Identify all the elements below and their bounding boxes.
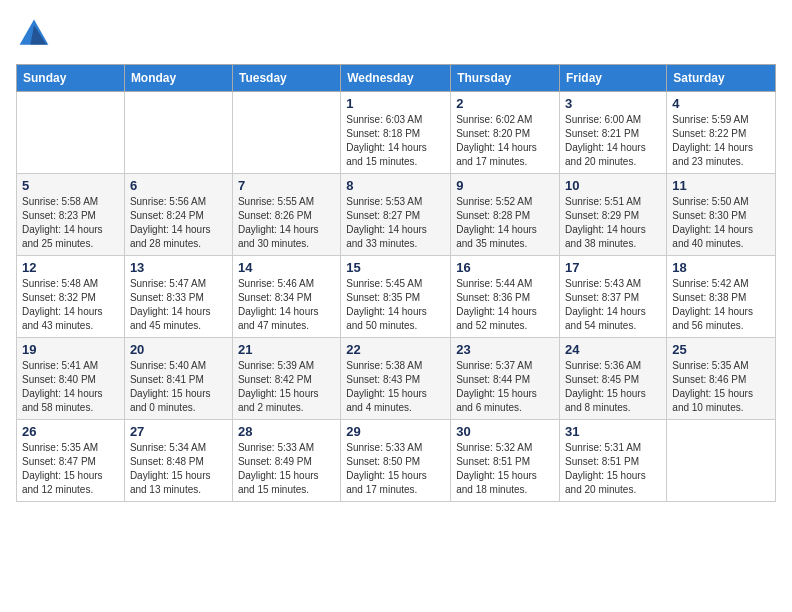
calendar-cell: 9Sunrise: 5:52 AM Sunset: 8:28 PM Daylig… [451, 174, 560, 256]
day-number: 18 [672, 260, 770, 275]
calendar-cell: 25Sunrise: 5:35 AM Sunset: 8:46 PM Dayli… [667, 338, 776, 420]
calendar-cell: 4Sunrise: 5:59 AM Sunset: 8:22 PM Daylig… [667, 92, 776, 174]
day-number: 7 [238, 178, 335, 193]
calendar-week-row: 5Sunrise: 5:58 AM Sunset: 8:23 PM Daylig… [17, 174, 776, 256]
day-info: Sunrise: 5:31 AM Sunset: 8:51 PM Dayligh… [565, 441, 661, 497]
day-info: Sunrise: 5:37 AM Sunset: 8:44 PM Dayligh… [456, 359, 554, 415]
day-info: Sunrise: 5:52 AM Sunset: 8:28 PM Dayligh… [456, 195, 554, 251]
weekday-header: Monday [124, 65, 232, 92]
day-info: Sunrise: 6:00 AM Sunset: 8:21 PM Dayligh… [565, 113, 661, 169]
calendar-cell [667, 420, 776, 502]
weekday-header: Sunday [17, 65, 125, 92]
day-number: 1 [346, 96, 445, 111]
day-number: 9 [456, 178, 554, 193]
logo-icon [16, 16, 52, 52]
calendar-cell: 2Sunrise: 6:02 AM Sunset: 8:20 PM Daylig… [451, 92, 560, 174]
day-number: 12 [22, 260, 119, 275]
day-number: 17 [565, 260, 661, 275]
day-info: Sunrise: 5:44 AM Sunset: 8:36 PM Dayligh… [456, 277, 554, 333]
day-number: 15 [346, 260, 445, 275]
day-info: Sunrise: 5:32 AM Sunset: 8:51 PM Dayligh… [456, 441, 554, 497]
day-number: 4 [672, 96, 770, 111]
calendar-cell: 24Sunrise: 5:36 AM Sunset: 8:45 PM Dayli… [560, 338, 667, 420]
day-info: Sunrise: 5:36 AM Sunset: 8:45 PM Dayligh… [565, 359, 661, 415]
day-number: 16 [456, 260, 554, 275]
calendar-cell: 14Sunrise: 5:46 AM Sunset: 8:34 PM Dayli… [232, 256, 340, 338]
calendar-cell: 10Sunrise: 5:51 AM Sunset: 8:29 PM Dayli… [560, 174, 667, 256]
day-info: Sunrise: 5:59 AM Sunset: 8:22 PM Dayligh… [672, 113, 770, 169]
day-number: 24 [565, 342, 661, 357]
calendar-cell [124, 92, 232, 174]
calendar-cell: 27Sunrise: 5:34 AM Sunset: 8:48 PM Dayli… [124, 420, 232, 502]
calendar-cell: 16Sunrise: 5:44 AM Sunset: 8:36 PM Dayli… [451, 256, 560, 338]
day-number: 13 [130, 260, 227, 275]
day-number: 2 [456, 96, 554, 111]
day-info: Sunrise: 6:03 AM Sunset: 8:18 PM Dayligh… [346, 113, 445, 169]
day-info: Sunrise: 5:45 AM Sunset: 8:35 PM Dayligh… [346, 277, 445, 333]
day-number: 21 [238, 342, 335, 357]
day-number: 31 [565, 424, 661, 439]
day-info: Sunrise: 5:53 AM Sunset: 8:27 PM Dayligh… [346, 195, 445, 251]
calendar-cell: 17Sunrise: 5:43 AM Sunset: 8:37 PM Dayli… [560, 256, 667, 338]
day-number: 25 [672, 342, 770, 357]
calendar-cell: 7Sunrise: 5:55 AM Sunset: 8:26 PM Daylig… [232, 174, 340, 256]
day-info: Sunrise: 5:51 AM Sunset: 8:29 PM Dayligh… [565, 195, 661, 251]
day-number: 19 [22, 342, 119, 357]
day-number: 29 [346, 424, 445, 439]
page-header [16, 16, 776, 52]
day-info: Sunrise: 5:47 AM Sunset: 8:33 PM Dayligh… [130, 277, 227, 333]
calendar-week-row: 19Sunrise: 5:41 AM Sunset: 8:40 PM Dayli… [17, 338, 776, 420]
day-number: 6 [130, 178, 227, 193]
calendar-cell: 30Sunrise: 5:32 AM Sunset: 8:51 PM Dayli… [451, 420, 560, 502]
calendar-cell: 5Sunrise: 5:58 AM Sunset: 8:23 PM Daylig… [17, 174, 125, 256]
calendar-week-row: 12Sunrise: 5:48 AM Sunset: 8:32 PM Dayli… [17, 256, 776, 338]
calendar-cell: 12Sunrise: 5:48 AM Sunset: 8:32 PM Dayli… [17, 256, 125, 338]
day-number: 28 [238, 424, 335, 439]
calendar-header-row: SundayMondayTuesdayWednesdayThursdayFrid… [17, 65, 776, 92]
day-info: Sunrise: 5:46 AM Sunset: 8:34 PM Dayligh… [238, 277, 335, 333]
calendar-cell [17, 92, 125, 174]
day-info: Sunrise: 5:50 AM Sunset: 8:30 PM Dayligh… [672, 195, 770, 251]
day-number: 20 [130, 342, 227, 357]
calendar-cell: 29Sunrise: 5:33 AM Sunset: 8:50 PM Dayli… [341, 420, 451, 502]
day-info: Sunrise: 5:34 AM Sunset: 8:48 PM Dayligh… [130, 441, 227, 497]
calendar-cell: 11Sunrise: 5:50 AM Sunset: 8:30 PM Dayli… [667, 174, 776, 256]
calendar-cell: 1Sunrise: 6:03 AM Sunset: 8:18 PM Daylig… [341, 92, 451, 174]
day-number: 11 [672, 178, 770, 193]
calendar-cell: 15Sunrise: 5:45 AM Sunset: 8:35 PM Dayli… [341, 256, 451, 338]
calendar-cell: 20Sunrise: 5:40 AM Sunset: 8:41 PM Dayli… [124, 338, 232, 420]
weekday-header: Friday [560, 65, 667, 92]
day-number: 5 [22, 178, 119, 193]
day-info: Sunrise: 6:02 AM Sunset: 8:20 PM Dayligh… [456, 113, 554, 169]
calendar-cell: 31Sunrise: 5:31 AM Sunset: 8:51 PM Dayli… [560, 420, 667, 502]
calendar-week-row: 26Sunrise: 5:35 AM Sunset: 8:47 PM Dayli… [17, 420, 776, 502]
calendar-cell: 8Sunrise: 5:53 AM Sunset: 8:27 PM Daylig… [341, 174, 451, 256]
weekday-header: Tuesday [232, 65, 340, 92]
day-info: Sunrise: 5:56 AM Sunset: 8:24 PM Dayligh… [130, 195, 227, 251]
weekday-header: Wednesday [341, 65, 451, 92]
day-info: Sunrise: 5:55 AM Sunset: 8:26 PM Dayligh… [238, 195, 335, 251]
day-info: Sunrise: 5:43 AM Sunset: 8:37 PM Dayligh… [565, 277, 661, 333]
day-info: Sunrise: 5:35 AM Sunset: 8:46 PM Dayligh… [672, 359, 770, 415]
calendar-cell: 6Sunrise: 5:56 AM Sunset: 8:24 PM Daylig… [124, 174, 232, 256]
day-number: 3 [565, 96, 661, 111]
calendar-cell: 19Sunrise: 5:41 AM Sunset: 8:40 PM Dayli… [17, 338, 125, 420]
calendar-cell [232, 92, 340, 174]
day-info: Sunrise: 5:41 AM Sunset: 8:40 PM Dayligh… [22, 359, 119, 415]
day-number: 27 [130, 424, 227, 439]
day-number: 22 [346, 342, 445, 357]
weekday-header: Saturday [667, 65, 776, 92]
day-number: 30 [456, 424, 554, 439]
day-number: 8 [346, 178, 445, 193]
day-info: Sunrise: 5:58 AM Sunset: 8:23 PM Dayligh… [22, 195, 119, 251]
day-info: Sunrise: 5:38 AM Sunset: 8:43 PM Dayligh… [346, 359, 445, 415]
calendar-cell: 23Sunrise: 5:37 AM Sunset: 8:44 PM Dayli… [451, 338, 560, 420]
weekday-header: Thursday [451, 65, 560, 92]
calendar-cell: 18Sunrise: 5:42 AM Sunset: 8:38 PM Dayli… [667, 256, 776, 338]
calendar-week-row: 1Sunrise: 6:03 AM Sunset: 8:18 PM Daylig… [17, 92, 776, 174]
day-info: Sunrise: 5:33 AM Sunset: 8:49 PM Dayligh… [238, 441, 335, 497]
day-number: 23 [456, 342, 554, 357]
day-number: 10 [565, 178, 661, 193]
calendar-table: SundayMondayTuesdayWednesdayThursdayFrid… [16, 64, 776, 502]
calendar-cell: 22Sunrise: 5:38 AM Sunset: 8:43 PM Dayli… [341, 338, 451, 420]
